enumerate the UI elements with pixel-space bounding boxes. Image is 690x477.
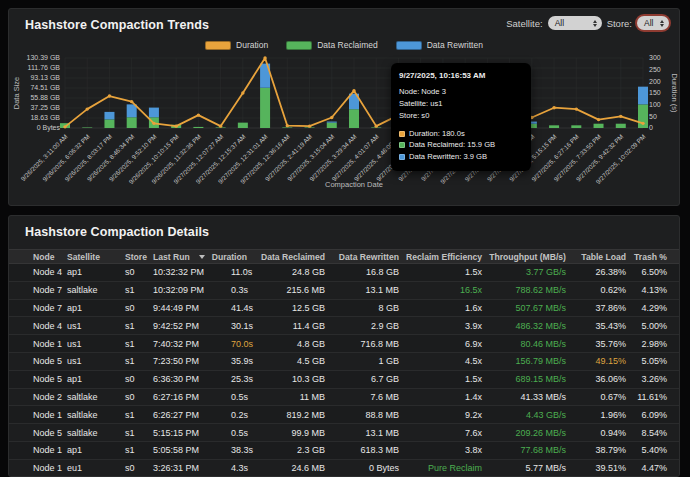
bar-data-reclaimed[interactable] xyxy=(282,127,292,128)
tooltip-series-swatch-icon xyxy=(399,154,405,160)
tooltip-info-line: Node: Node 3 xyxy=(399,86,523,98)
duration-point[interactable] xyxy=(641,122,644,125)
duration-point[interactable] xyxy=(575,107,578,110)
bar-data-rewritten[interactable] xyxy=(638,87,648,105)
cell-last-run: 7:40:32 PM xyxy=(153,339,231,349)
cell-table-load: 0.62% xyxy=(577,285,631,295)
cell-table-load: 35.76% xyxy=(577,339,631,349)
left-axis-title: Data Size xyxy=(12,77,21,110)
bar-data-reclaimed[interactable] xyxy=(549,125,559,128)
table-row: Node 5saltlakes15:15:15 PM0.5s99.9 MB13.… xyxy=(9,424,680,442)
duration-point[interactable] xyxy=(219,124,222,127)
legend-item-data-reclaimed[interactable]: Data Reclaimed xyxy=(286,40,377,50)
duration-point[interactable] xyxy=(86,107,89,110)
tooltip-metric-label: Data Rewritten: 3.9 GB xyxy=(409,151,487,163)
column-header-label: Data Rewritten xyxy=(339,252,399,262)
duration-point[interactable] xyxy=(330,116,333,119)
cell-table-load: 38.79% xyxy=(577,445,631,455)
satellite-select[interactable]: All xyxy=(548,16,602,30)
chart-canvas[interactable]: 130.39 GB111.76 GB93.13 GB74.51 GB55.88 … xyxy=(9,37,681,207)
bar-data-rewritten[interactable] xyxy=(127,104,137,117)
bar-data-reclaimed[interactable] xyxy=(238,123,248,128)
compaction-table: NodeSatelliteStoreLast RunDurationData R… xyxy=(9,249,680,477)
cell-table-load: 0.94% xyxy=(577,428,631,438)
legend-item-duration[interactable]: Duration xyxy=(205,40,268,50)
cell-store: s1 xyxy=(117,321,153,331)
right-axis-tick: 250 xyxy=(649,66,661,73)
duration-point[interactable] xyxy=(197,113,200,116)
duration-point[interactable] xyxy=(241,91,244,94)
cell-satellite: saltlake xyxy=(67,285,117,295)
cell-node: Node 4 xyxy=(25,321,67,331)
duration-point[interactable] xyxy=(375,124,378,127)
cell-data-rewritten: 6.7 GB xyxy=(343,374,411,384)
cell-node: Node 1 xyxy=(25,339,67,349)
legend-swatch-icon xyxy=(396,41,422,50)
cell-last-run: 6:26:27 PM xyxy=(153,410,231,420)
duration-point[interactable] xyxy=(597,118,600,121)
column-header-data-reclaimed[interactable]: Data Reclaimed xyxy=(275,252,343,262)
bar-data-reclaimed[interactable] xyxy=(127,117,137,128)
cell-last-run: 10:32:09 PM xyxy=(153,285,231,295)
sort-desc-icon xyxy=(199,255,205,259)
duration-point[interactable] xyxy=(130,100,133,103)
satellite-filter-label: Satellite: xyxy=(506,18,542,29)
legend-swatch-icon xyxy=(286,41,312,50)
store-select[interactable]: All xyxy=(637,16,669,30)
tooltip-info: Node: Node 3Satellite: us1Store: s0 xyxy=(399,86,523,121)
column-header-table-load[interactable]: Table Load xyxy=(577,252,631,262)
cell-data-rewritten: 13.1 MB xyxy=(343,428,411,438)
bar-data-reclaimed[interactable] xyxy=(260,88,270,128)
cell-data-reclaimed: 12.5 GB xyxy=(275,303,343,313)
cell-last-run: 5:15:15 PM xyxy=(153,428,231,438)
cell-duration: 70.0s xyxy=(231,339,275,349)
column-header-node[interactable]: Node xyxy=(25,252,67,262)
cell-duration: 4.3s xyxy=(231,463,275,473)
column-header-store[interactable]: Store xyxy=(117,252,153,262)
bar-data-reclaimed[interactable] xyxy=(104,119,114,128)
duration-point[interactable] xyxy=(174,124,177,127)
column-header-reclaim-efficiency[interactable]: Reclaim Efficiency xyxy=(411,252,493,262)
bar-data-reclaimed[interactable] xyxy=(82,127,92,128)
legend-item-data-rewritten[interactable]: Data Rewritten xyxy=(396,40,483,50)
right-axis-tick: 0 xyxy=(649,124,653,131)
cell-reclaim-efficiency: 7.6x xyxy=(411,428,493,438)
duration-point[interactable] xyxy=(108,94,111,97)
trends-chart-svg: 130.39 GB111.76 GB93.13 GB74.51 GB55.88 … xyxy=(9,37,681,207)
duration-point[interactable] xyxy=(552,106,555,109)
cell-trash-: 2.98% xyxy=(631,339,669,349)
cell-table-load: 39.51% xyxy=(577,463,631,473)
cell-data-reclaimed: 2.3 GB xyxy=(275,445,343,455)
bar-data-reclaimed[interactable] xyxy=(594,124,604,128)
bar-data-rewritten[interactable] xyxy=(104,112,114,120)
tooltip-metric-label: Duration: 180.0s xyxy=(409,128,465,140)
bar-data-reclaimed[interactable] xyxy=(616,124,626,128)
duration-point[interactable] xyxy=(152,122,155,125)
cell-data-reclaimed: 24.8 GB xyxy=(275,267,343,277)
cell-duration: 0.5s xyxy=(231,392,275,402)
bar-data-reclaimed[interactable] xyxy=(349,109,359,128)
duration-point[interactable] xyxy=(619,115,622,118)
bar-data-reclaimed[interactable] xyxy=(571,125,581,128)
column-header-trash-[interactable]: Trash % xyxy=(631,252,669,262)
bar-data-reclaimed[interactable] xyxy=(193,127,203,128)
duration-point[interactable] xyxy=(352,89,355,92)
cell-data-rewritten: 88.8 MB xyxy=(343,410,411,420)
cell-trash-: 5.05% xyxy=(631,356,669,366)
bar-data-reclaimed[interactable] xyxy=(327,123,337,128)
column-header-data-rewritten[interactable]: Data Rewritten xyxy=(343,252,411,262)
cell-reclaim-efficiency: 1.5x xyxy=(411,374,493,384)
cell-node: Node 5 xyxy=(25,374,67,384)
duration-point[interactable] xyxy=(263,56,266,59)
column-header-satellite[interactable]: Satellite xyxy=(67,252,117,262)
column-header-throughput-mb-s-[interactable]: Throughput (MB/s) xyxy=(493,252,577,262)
cell-throughput-mb-s-: 209.26 MB/s xyxy=(493,428,577,438)
cell-trash-: 6.50% xyxy=(631,267,669,277)
duration-point[interactable] xyxy=(63,125,66,128)
duration-point[interactable] xyxy=(308,124,311,127)
cell-reclaim-efficiency: 1.5x xyxy=(411,267,493,277)
bar-data-rewritten[interactable] xyxy=(149,108,159,118)
cell-store: s0 xyxy=(117,374,153,384)
duration-point[interactable] xyxy=(286,124,289,127)
bar-data-rewritten[interactable] xyxy=(327,122,337,123)
